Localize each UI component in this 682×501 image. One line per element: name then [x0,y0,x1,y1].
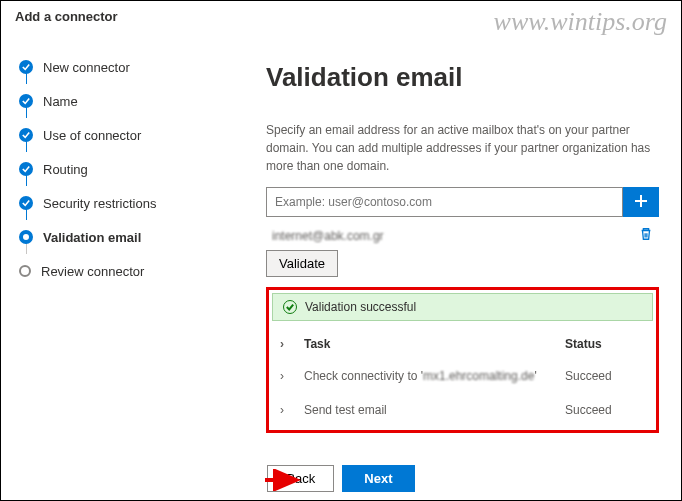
check-circle-icon [19,128,33,142]
step-routing[interactable]: Routing [19,152,216,186]
chevron-right-icon[interactable]: › [280,337,304,351]
step-validation-email[interactable]: Validation email [19,220,216,254]
back-button[interactable]: Back [267,465,334,492]
panel-title: Add a connector [15,9,118,24]
current-step-icon [19,230,33,244]
step-label: Validation email [43,230,141,245]
task-name: Send test email [304,403,565,417]
task-row: › Check connectivity to 'mx1.ehrcomaltin… [272,359,653,393]
validate-button[interactable]: Validate [266,250,338,277]
pending-step-icon [19,265,31,277]
chevron-right-icon[interactable]: › [280,369,304,383]
success-banner-text: Validation successful [305,300,416,314]
page-description: Specify an email address for an active m… [266,121,659,175]
email-input[interactable] [266,187,623,217]
check-circle-icon [19,162,33,176]
step-security-restrictions[interactable]: Security restrictions [19,186,216,220]
task-name: Check connectivity to 'mx1.ehrcomalting.… [304,369,565,383]
footer-buttons: Back Next [1,465,681,492]
step-label: Routing [43,162,88,177]
task-status: Succeed [565,369,645,383]
chevron-right-icon[interactable]: › [280,403,304,417]
step-label: Security restrictions [43,196,156,211]
check-circle-icon [19,196,33,210]
panel-header: Add a connector [1,1,681,32]
validation-result-box: Validation successful › Task Status › Ch… [266,287,659,433]
check-circle-icon [19,94,33,108]
plus-icon [634,194,648,211]
step-use-of-connector[interactable]: Use of connector [19,118,216,152]
step-name[interactable]: Name [19,84,216,118]
success-check-icon [283,300,297,314]
success-banner: Validation successful [272,293,653,321]
added-email-row: internet@abk.com.gr [266,225,659,250]
status-column-header: Status [565,337,645,351]
next-button[interactable]: Next [342,465,414,492]
task-status: Succeed [565,403,645,417]
task-column-header: Task [304,337,565,351]
step-review-connector[interactable]: Review connector [19,254,216,288]
delete-email-button[interactable] [639,227,653,244]
task-table-header: › Task Status [272,327,653,359]
step-new-connector[interactable]: New connector [19,50,216,84]
step-label: Name [43,94,78,109]
added-email-text: internet@abk.com.gr [272,229,384,243]
task-row: › Send test email Succeed [272,393,653,427]
content-panel: Validation email Specify an email addres… [216,32,681,462]
step-label: Use of connector [43,128,141,143]
check-circle-icon [19,60,33,74]
page-title: Validation email [266,62,659,93]
step-label: Review connector [41,264,144,279]
wizard-steps-sidebar: New connector Name Use of connector [1,32,216,462]
add-email-button[interactable] [623,187,659,217]
step-label: New connector [43,60,130,75]
